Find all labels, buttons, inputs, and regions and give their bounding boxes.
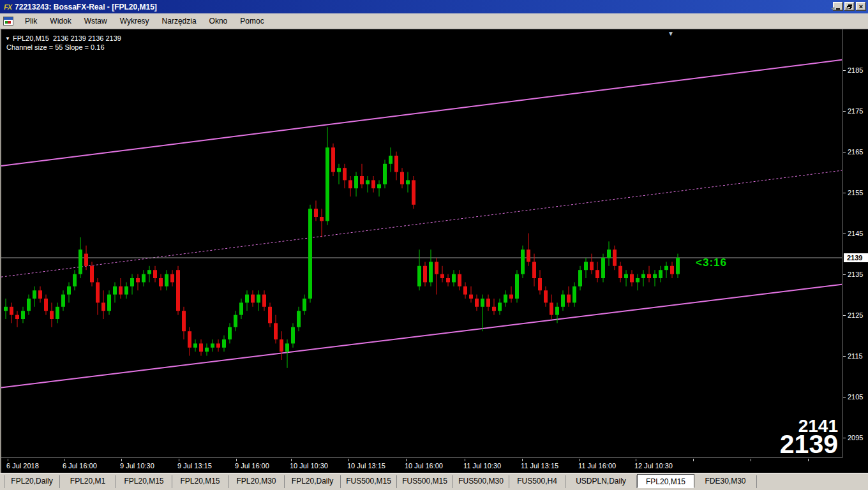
price-tick-label: 2125 <box>848 311 863 319</box>
time-tick <box>121 459 122 461</box>
price-tick <box>843 111 846 112</box>
time-tick <box>179 459 179 461</box>
price-tick <box>843 152 846 152</box>
time-axis[interactable]: 6 Jul 20186 Jul 16:009 Jul 10:309 Jul 13… <box>1 459 843 473</box>
time-tick <box>8 459 8 461</box>
time-tick-label: 10 Jul 13:15 <box>347 462 385 470</box>
chart-tab-usdplndaily[interactable]: USDPLN,Daily <box>565 475 637 488</box>
channel-info-label: Channel size = 55 Slope = 0.16 <box>6 43 105 51</box>
chart-tab-fpl20m1[interactable]: FPL20,M1 <box>60 475 116 488</box>
chart-tab-fde30m30[interactable]: FDE30,M30 <box>694 475 757 488</box>
menu-item-wykresy[interactable]: Wykresy <box>114 14 156 28</box>
time-tick-label: 6 Jul 2018 <box>6 462 39 470</box>
chart-tab-fus500m30[interactable]: FUS500,M30 <box>453 475 509 488</box>
chart-tab-bar: FPL20,DailyFPL20,M1FPL20,M15FPL20,M15FPL… <box>0 473 868 490</box>
chart-window-icon <box>3 17 13 26</box>
chart-tab-fpl20daily[interactable]: FPL20,Daily <box>4 475 60 488</box>
chart-tab-fpl20m15[interactable]: FPL20,M15 <box>116 475 172 488</box>
time-tick-label: 9 Jul 10:30 <box>120 462 154 470</box>
menu-items: PlikWidokWstawWykresyNarzędziaOknoPomoc <box>19 14 271 28</box>
menu-item-okno[interactable]: Okno <box>203 14 234 28</box>
application-window: FX 72213243: BossaFX-Real - [FPL20,M15] … <box>0 0 868 490</box>
time-tick <box>636 459 636 461</box>
price-tick-label: 2185 <box>848 66 863 74</box>
price-tick-label: 2145 <box>848 230 863 237</box>
price-tick-label: 2165 <box>848 148 863 156</box>
time-tick-label: 6 Jul 16:00 <box>63 462 97 470</box>
chart-tab-fus500m15[interactable]: FUS500,M15 <box>397 475 453 488</box>
time-tick-label: 9 Jul 16:00 <box>235 462 269 470</box>
big-price-display: 2141 2139 <box>780 418 838 456</box>
time-tick <box>348 459 349 461</box>
chart-tab-fus500m15[interactable]: FUS500,M15 <box>341 475 397 488</box>
time-tick <box>751 459 751 461</box>
tab-scroll-right-icon[interactable]: ► <box>844 5 859 11</box>
time-tick <box>465 459 465 461</box>
symbol-expander-icon: ▼ <box>5 36 10 41</box>
menu-item-wstaw[interactable]: Wstaw <box>78 14 114 28</box>
time-tick <box>580 459 580 461</box>
time-tick-label: 10 Jul 16:00 <box>405 462 443 470</box>
current-price-label: 2139 <box>844 253 868 262</box>
candlestick-chart <box>1 29 842 458</box>
price-tick-label: 2155 <box>848 189 863 197</box>
chart-tab-fpl20m30[interactable]: FPL20,M30 <box>228 475 285 488</box>
time-tick <box>406 459 407 461</box>
price-axis[interactable]: 2139 21852175216521552145213521252115210… <box>843 29 868 458</box>
chart-tab-fpl20daily[interactable]: FPL20,Daily <box>285 475 341 488</box>
time-annotation: <3:16 <box>696 256 727 269</box>
menu-item-narzdzia[interactable]: Narzędzia <box>156 14 203 28</box>
time-tick-label: 9 Jul 13:15 <box>177 462 212 470</box>
time-tick <box>291 459 292 461</box>
menu-bar: PlikWidokWstawWykresyNarzędziaOknoPomoc … <box>0 13 868 29</box>
time-tick-label: 11 Jul 16:00 <box>578 462 616 470</box>
time-tick <box>522 459 523 461</box>
chart-tab-fus500h4[interactable]: FUS500,H4 <box>509 475 565 488</box>
price-tick <box>843 274 846 275</box>
close-icon: × <box>859 3 863 10</box>
menu-item-plik[interactable]: Plik <box>19 14 43 28</box>
chart-region: ▼FPL20,M15 2136 2139 2136 2139 Channel s… <box>0 29 868 473</box>
tab-scroll-arrows: ◄► <box>830 5 859 11</box>
app-logo-icon: FX <box>4 3 11 11</box>
menu-item-widok[interactable]: Widok <box>43 14 77 28</box>
window-title: 72213243: BossaFX-Real - [FPL20,M15] <box>15 3 157 11</box>
symbol-info-label: ▼FPL20,M15 2136 2139 2136 2139 <box>5 34 121 42</box>
price-tick-label: 2115 <box>848 352 863 360</box>
title-bar[interactable]: FX 72213243: BossaFX-Real - [FPL20,M15] … <box>0 0 868 13</box>
price-tick-label: 2105 <box>848 393 863 401</box>
big-price-last: 2139 <box>780 433 838 456</box>
time-tick <box>236 459 237 461</box>
chart-tab-fpl20m15[interactable]: FPL20,M15 <box>172 475 228 488</box>
menu-item-pomoc[interactable]: Pomoc <box>234 14 270 28</box>
price-tick <box>843 438 846 438</box>
price-tick <box>843 397 846 397</box>
price-tick <box>843 193 846 193</box>
price-tick-label: 2095 <box>848 434 863 442</box>
time-tick-label: 11 Jul 13:15 <box>521 462 558 470</box>
scroll-marker-icon[interactable]: ▼ <box>668 30 674 37</box>
chart-plot[interactable]: ▼FPL20,M15 2136 2139 2136 2139 Channel s… <box>1 29 842 458</box>
price-tick-label: 2135 <box>848 271 863 278</box>
time-tick-label: 11 Jul 10:30 <box>463 462 501 470</box>
time-tick-label: 10 Jul 10:30 <box>290 462 328 470</box>
chart-tab-fpl20m15[interactable]: FPL20,M15 <box>637 474 694 488</box>
price-tick-label: 2175 <box>848 107 863 115</box>
time-tick <box>693 459 694 461</box>
tab-scroll-left-icon[interactable]: ◄ <box>830 5 844 11</box>
time-tick <box>64 459 64 461</box>
price-tick <box>843 234 846 234</box>
price-tick <box>843 70 846 71</box>
time-tick-label: 12 Jul 10:30 <box>634 462 673 470</box>
price-tick <box>843 315 846 316</box>
price-tick <box>843 356 846 357</box>
time-tick <box>808 459 809 461</box>
